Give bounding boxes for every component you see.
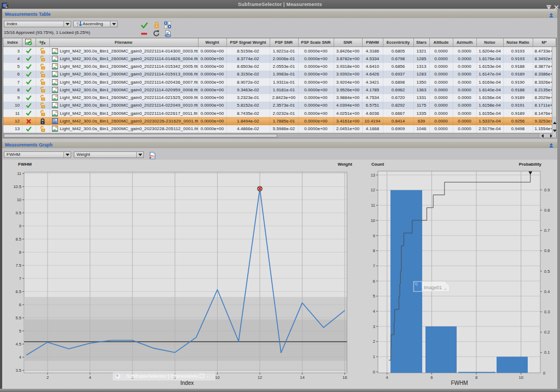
svg-text:4.5: 4.5 (16, 342, 21, 347)
svg-text:Weight: Weight (337, 162, 352, 167)
svg-text:6: 6 (19, 302, 21, 307)
svg-text:14: 14 (300, 375, 305, 380)
svg-text:FWHM: FWHM (18, 162, 32, 167)
svg-text:0.6: 0.6 (544, 248, 550, 253)
svg-text:0.2: 0.2 (544, 330, 550, 335)
svg-text:0.1: 0.1 (544, 350, 550, 355)
svg-text:2: 2 (46, 375, 49, 380)
svg-text:9: 9 (373, 233, 375, 238)
svg-text:8: 8 (475, 375, 477, 380)
svg-text:1: 1 (373, 354, 375, 359)
svg-text:7.5: 7.5 (16, 263, 21, 268)
svg-text:3.5: 3.5 (16, 368, 21, 373)
svg-text:CSV: CSV (165, 34, 170, 37)
svg-text:16: 16 (342, 375, 347, 380)
svg-text:0: 0 (543, 371, 545, 376)
svg-text:0.3: 0.3 (544, 309, 550, 314)
svg-text:10: 10 (17, 197, 21, 202)
svg-text:4: 4 (373, 309, 375, 314)
svg-text:Count: Count (371, 162, 384, 167)
svg-text:4: 4 (89, 375, 91, 380)
svg-text:0.9: 0.9 (544, 188, 550, 192)
svg-text:10: 10 (519, 375, 523, 380)
svg-text:0: 0 (373, 370, 375, 375)
svg-text:8: 8 (19, 250, 21, 255)
svg-text:SubframeSelector | Expressions: SubframeSelector | Expressions (126, 373, 199, 379)
svg-text:12: 12 (258, 375, 262, 380)
svg-text:0.7: 0.7 (544, 228, 550, 233)
svg-text:4: 4 (19, 355, 21, 360)
svg-text:10: 10 (215, 375, 219, 380)
svg-text:5: 5 (19, 329, 21, 334)
svg-text:13: 13 (371, 173, 375, 178)
svg-text:0.4: 0.4 (544, 289, 550, 294)
svg-text:12: 12 (371, 188, 375, 192)
svg-text:7: 7 (19, 276, 21, 281)
svg-text:0.5: 0.5 (544, 269, 550, 274)
svg-text:3: 3 (373, 324, 375, 329)
svg-text:Image01: Image01 (424, 285, 442, 290)
svg-text:Index: Index (180, 380, 194, 386)
svg-text:↵: ↵ (444, 288, 447, 291)
svg-text:5.5: 5.5 (16, 315, 21, 320)
svg-text:6: 6 (373, 279, 375, 284)
svg-text:›: › (207, 374, 208, 379)
svg-text:7: 7 (373, 264, 375, 268)
svg-text:11: 11 (371, 203, 375, 208)
svg-text:0.8: 0.8 (544, 208, 550, 213)
svg-text:8.5: 8.5 (16, 237, 21, 242)
svg-text:2: 2 (373, 339, 375, 344)
svg-text:10.5: 10.5 (13, 184, 21, 189)
svg-text:fx: fx (42, 39, 46, 45)
svg-text:8: 8 (373, 248, 375, 253)
svg-text:5: 5 (373, 294, 375, 299)
svg-text:4: 4 (386, 375, 388, 380)
svg-text:9.5: 9.5 (16, 210, 21, 215)
svg-text:10: 10 (371, 218, 375, 223)
svg-text:FITS: FITS (421, 283, 424, 288)
svg-text:FWHM: FWHM (451, 380, 468, 386)
svg-text:Probability: Probability (519, 162, 542, 167)
svg-text:11: 11 (17, 171, 21, 176)
svg-text:6.5: 6.5 (16, 289, 21, 294)
svg-text:9: 9 (19, 224, 21, 229)
svg-text:6: 6 (430, 375, 433, 380)
